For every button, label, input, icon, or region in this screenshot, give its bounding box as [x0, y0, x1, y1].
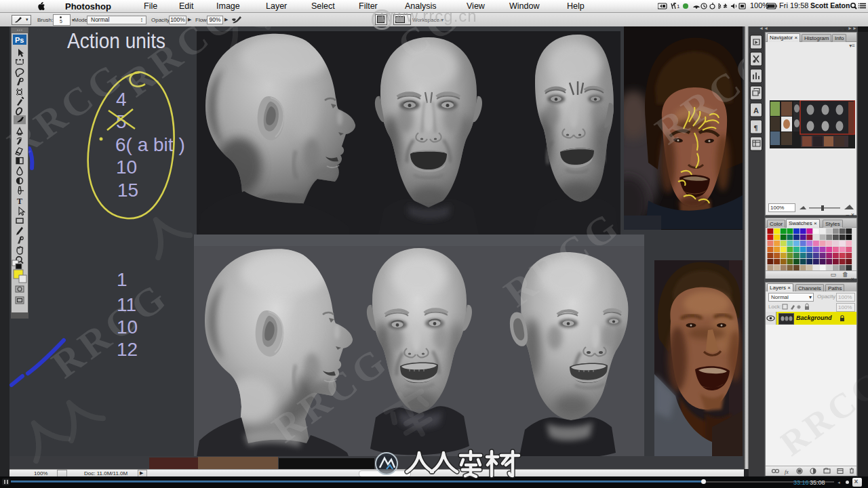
svg-text:10: 10 — [116, 157, 137, 178]
svg-text:T: T — [17, 197, 22, 206]
svg-text:15: 15 — [117, 180, 138, 201]
svg-text:1: 1 — [117, 269, 127, 290]
svg-text:¶: ¶ — [754, 123, 758, 131]
svg-text:Ps: Ps — [15, 36, 24, 44]
svg-text:1: 1 — [677, 3, 680, 9]
svg-text:A: A — [753, 106, 759, 115]
